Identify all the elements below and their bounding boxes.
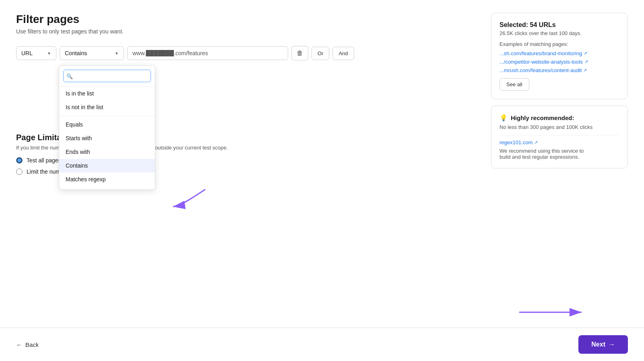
page-wrapper: Filter pages Use filters to only test pa… (0, 0, 644, 361)
regex-link[interactable]: regex101.com ↗ (500, 139, 619, 145)
dropdown-search-input[interactable] (63, 70, 151, 82)
selected-urls-subtitle: 26.5K clicks over the last 100 days. (500, 30, 619, 36)
example-link-3[interactable]: ...mrush.com/features/content-audit ↗ (500, 67, 619, 73)
regex-desc: We recommend using this service tobuild … (500, 148, 619, 160)
page-title: Filter pages (16, 13, 478, 26)
external-link-icon-2: ↗ (584, 59, 588, 64)
dropdown-item-contains[interactable]: Contains (59, 159, 155, 172)
selected-urls-title: Selected: 54 URLs (500, 21, 619, 29)
example-link-2[interactable]: .../competitor-website-analysis-tools ↗ (500, 59, 619, 65)
delete-button[interactable]: 🗑 (291, 46, 308, 60)
dropdown-item-equals[interactable]: Equals (59, 118, 155, 131)
recommended-card: 💡 Highly recommended: No less than 300 p… (491, 106, 628, 168)
bulb-icon: 💡 (500, 114, 508, 122)
radio-test-all-label: Test all pages (27, 157, 61, 164)
regex-external-icon: ↗ (534, 140, 538, 145)
back-arrow-icon: ← (16, 341, 22, 348)
selected-urls-card: Selected: 54 URLs 26.5K clicks over the … (491, 13, 628, 99)
url-dropdown-label: URL (21, 50, 33, 56)
dropdown-item-matches-regexp[interactable]: Matches regexp (59, 172, 155, 186)
filter-row: URL ▼ Contains ▼ 🗑 Or And 🔍 (16, 46, 478, 60)
search-wrapper: 🔍 (63, 70, 151, 82)
recommended-desc: No less than 300 pages and 100K clicks (500, 124, 619, 130)
radio-test-all-input[interactable] (16, 157, 23, 164)
contains-dropdown[interactable]: Contains ▼ (60, 46, 124, 60)
contains-dropdown-label: Contains (65, 50, 87, 56)
external-link-icon-1: ↗ (584, 51, 587, 56)
search-icon: 🔍 (66, 73, 73, 79)
dropdown-item-ends-with[interactable]: Ends with (59, 145, 155, 159)
recommended-header: 💡 Highly recommended: (500, 114, 619, 122)
dropdown-search-container: 🔍 (59, 66, 155, 87)
next-arrow-icon: → (609, 341, 615, 348)
next-button[interactable]: Next → (578, 335, 628, 354)
left-panel: Filter pages Use filters to only test pa… (16, 13, 478, 318)
back-label: Back (25, 341, 39, 348)
dropdown-item-is-not-in-list[interactable]: Is not in the list (59, 100, 155, 114)
contains-chevron-icon: ▼ (115, 51, 119, 56)
dropdown-item-is-in-list[interactable]: Is in the list (59, 87, 155, 100)
main-content: Filter pages Use filters to only test pa… (0, 0, 644, 328)
next-label: Next (591, 341, 605, 348)
example-link-1[interactable]: ...sh.com/features/brand-monitoring ↗ (500, 50, 619, 56)
back-button[interactable]: ← Back (16, 341, 39, 348)
dropdown-divider (59, 116, 155, 116)
recommended-title: Highly recommended: (511, 114, 574, 121)
dropdown-item-starts-with[interactable]: Starts with (59, 131, 155, 145)
dropdown-menu: 🔍 Is in the list Is not in the list Equa… (59, 65, 155, 190)
examples-label: Examples of matching pages: (500, 41, 619, 47)
right-panel: Selected: 54 URLs 26.5K clicks over the … (491, 13, 628, 318)
url-dropdown[interactable]: URL ▼ (16, 46, 56, 60)
or-button[interactable]: Or (312, 47, 329, 60)
page-subtitle: Use filters to only test pages that you … (16, 28, 478, 35)
trash-icon: 🗑 (297, 50, 303, 56)
url-input[interactable] (127, 46, 288, 60)
radio-limit-input[interactable] (16, 168, 23, 175)
url-chevron-icon: ▼ (47, 51, 51, 56)
footer: ← Back Next → (0, 328, 644, 361)
see-all-button[interactable]: See all (500, 78, 529, 91)
card-divider (500, 135, 619, 135)
external-link-icon-3: ↗ (583, 68, 587, 73)
and-button[interactable]: And (332, 47, 354, 60)
